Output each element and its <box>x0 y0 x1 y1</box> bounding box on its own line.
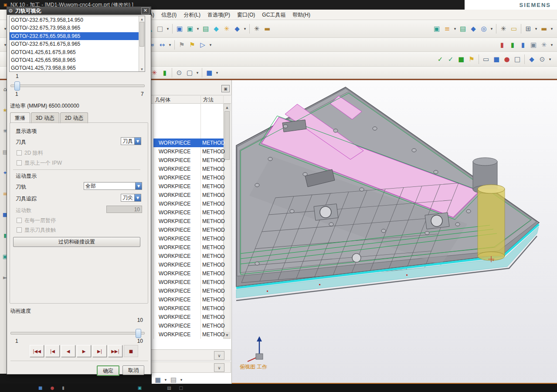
scroll-up-button[interactable]: ▲ <box>139 16 145 21</box>
method-cell[interactable]: METHOD <box>202 157 225 163</box>
progress-slider-thumb[interactable] <box>14 81 20 91</box>
stop-button[interactable]: ■ <box>124 345 138 357</box>
goto-line[interactable]: GOTO/-232.675,65.958,8.965 <box>10 32 145 40</box>
cutting-tool[interactable] <box>473 158 505 262</box>
geometry-cell[interactable]: WORKPIECE <box>159 183 190 189</box>
method-cell[interactable]: METHOD <box>202 270 225 277</box>
geometry-cell[interactable]: WORKPIECE <box>159 323 190 329</box>
method-cell[interactable]: METHOD <box>202 149 225 155</box>
show-tool-contact-checkbox[interactable] <box>17 227 22 233</box>
dashed-rect-icon[interactable]: ▢ <box>184 68 195 78</box>
close-button[interactable]: × <box>141 7 149 14</box>
scrollbar-thumb[interactable] <box>224 111 230 160</box>
gem-icon[interactable]: ◆ <box>232 24 242 34</box>
go-to-start-button[interactable]: |◀◀ <box>30 345 44 357</box>
flag-icon[interactable]: ⚑ <box>187 40 197 50</box>
geometry-cell[interactable]: WORKPIECE <box>159 149 190 155</box>
geometry-cell[interactable]: WORKPIECE <box>159 210 190 216</box>
geometry-cell[interactable]: WORKPIECE <box>159 253 190 259</box>
column-header-method[interactable]: 方法 <box>203 96 214 104</box>
flag-icon[interactable]: ⚑ <box>177 40 187 50</box>
display-style-icon[interactable]: □ <box>155 24 165 34</box>
menu-item[interactable]: 窗口(O) <box>234 10 258 20</box>
chevron-down-icon[interactable]: ▾ <box>489 24 494 34</box>
clipboard-icon[interactable]: ▣ <box>431 24 442 34</box>
pause-each-level-checkbox[interactable] <box>17 218 22 223</box>
geometry-cell[interactable]: WORKPIECE <box>159 331 190 338</box>
animation-speed-slider[interactable] <box>10 332 145 335</box>
flag-icon[interactable]: ⚑ <box>466 54 477 64</box>
geometry-cell[interactable]: WORKPIECE <box>159 166 190 172</box>
layers-icon[interactable]: ≡ <box>442 24 452 34</box>
go-to-end-button[interactable]: ▶▶| <box>108 345 122 357</box>
cube-icon[interactable]: ■ <box>456 54 466 64</box>
dialog-title-bar[interactable]: ⚙ 刀轨可视化 × <box>7 7 151 15</box>
measure-icon[interactable]: ▭ <box>509 24 519 34</box>
geometry-cell[interactable]: WORKPIECE <box>159 140 190 146</box>
spokes-icon[interactable]: ✳ <box>251 24 262 34</box>
goto-line[interactable]: GOTO/-232.675,61.675,8.965 <box>10 40 145 48</box>
chevron-down-icon[interactable]: ▾ <box>549 24 554 34</box>
goto-line[interactable]: GOTO/-232.675,73.958,8.965 <box>10 24 145 32</box>
gem-icon[interactable]: ◆ <box>211 24 221 34</box>
method-cell[interactable]: METHOD <box>202 166 225 172</box>
geometry-cell[interactable]: WORKPIECE <box>159 157 190 163</box>
geometry-cell[interactable]: WORKPIECE <box>159 201 190 207</box>
geometry-cell[interactable]: WORKPIECE <box>159 262 190 268</box>
library-icon[interactable]: ▤ <box>200 24 211 34</box>
chevron-down-icon[interactable]: ▼ <box>134 138 141 145</box>
status-icon[interactable]: ▤ <box>167 385 171 390</box>
geometry-cell[interactable]: WORKPIECE <box>159 279 190 285</box>
geometry-cell[interactable]: WORKPIECE <box>159 244 190 250</box>
geometry-cell[interactable]: WORKPIECE <box>159 192 190 198</box>
method-cell[interactable]: METHOD <box>202 288 225 294</box>
step-backward-button[interactable]: |◀ <box>45 345 60 357</box>
dialog-tab[interactable]: 2D 动态 <box>60 112 88 123</box>
cancel-button[interactable]: 取消 <box>122 365 144 375</box>
method-cell[interactable]: METHOD <box>202 140 225 146</box>
tool-display-dropdown[interactable]: 刀具 ▼ <box>121 137 141 145</box>
goto-line[interactable]: GOTO/41.425,65.958,8.965 <box>10 56 145 64</box>
library-icon[interactable]: ▤ <box>458 24 468 34</box>
chevron-down-icon[interactable]: ▾ <box>452 24 458 34</box>
scroll-down-button[interactable]: ▼ <box>139 66 145 71</box>
snap-point-icon[interactable]: ⊞ <box>523 24 533 34</box>
chevron-down-icon[interactable]: ▾ <box>549 40 554 50</box>
cube-icon[interactable]: ■ <box>204 68 214 78</box>
box-icon[interactable]: □ <box>512 54 523 64</box>
chevron-down-icon[interactable]: ▾ <box>165 24 170 34</box>
geometry-cell[interactable]: WORKPIECE <box>159 314 190 320</box>
method-cell[interactable]: METHOD <box>202 218 225 224</box>
geometry-cell[interactable]: WORKPIECE <box>159 175 190 181</box>
chevron-down-icon[interactable]: ▾ <box>547 54 553 64</box>
chevron-down-icon[interactable]: ▾ <box>533 24 539 34</box>
menu-item[interactable]: 帮助(H) <box>289 10 314 20</box>
method-cell[interactable]: METHOD <box>202 262 225 268</box>
method-cell[interactable]: METHOD <box>202 210 225 216</box>
record-icon[interactable]: ● <box>502 54 512 64</box>
chevron-down-icon[interactable]: ▾ <box>214 68 220 78</box>
menu-item[interactable]: 信息(I) <box>158 10 180 20</box>
progress-slider[interactable] <box>10 84 145 87</box>
expand-panel-button[interactable]: ∨ <box>214 363 224 372</box>
play-forward-button[interactable]: ▶ <box>77 345 91 357</box>
restore-window-button[interactable]: ▣ <box>221 85 230 92</box>
scroll-down-button[interactable]: ▼ <box>224 332 230 338</box>
play-outline-icon[interactable]: ▷ <box>197 40 208 50</box>
monitor-icon[interactable]: ▭ <box>481 54 491 64</box>
tool-trace-dropdown[interactable]: 刀尖 ▼ <box>121 194 141 202</box>
gem-icon[interactable]: ◆ <box>526 54 537 64</box>
goto-line[interactable]: GOTO/41.425,61.675,8.965 <box>10 48 145 56</box>
chevron-down-icon[interactable]: ▾ <box>195 68 200 78</box>
geometry-cell[interactable]: WORKPIECE <box>159 305 190 311</box>
goto-line[interactable]: GOTO/41.425,73.958,8.965 <box>10 64 145 72</box>
method-cell[interactable]: METHOD <box>202 331 225 338</box>
cube-icon[interactable]: ■ <box>491 54 502 64</box>
chart-icon[interactable]: ▮ <box>497 40 507 50</box>
sparkle-icon[interactable]: ✳ <box>221 24 232 34</box>
method-cell[interactable]: METHOD <box>202 227 225 233</box>
dimension-icon[interactable]: ↔ <box>157 40 167 50</box>
method-cell[interactable]: METHOD <box>202 192 225 198</box>
ruler-icon[interactable]: ▬ <box>539 24 549 34</box>
expand-panel-button[interactable]: ∨ <box>214 351 224 360</box>
